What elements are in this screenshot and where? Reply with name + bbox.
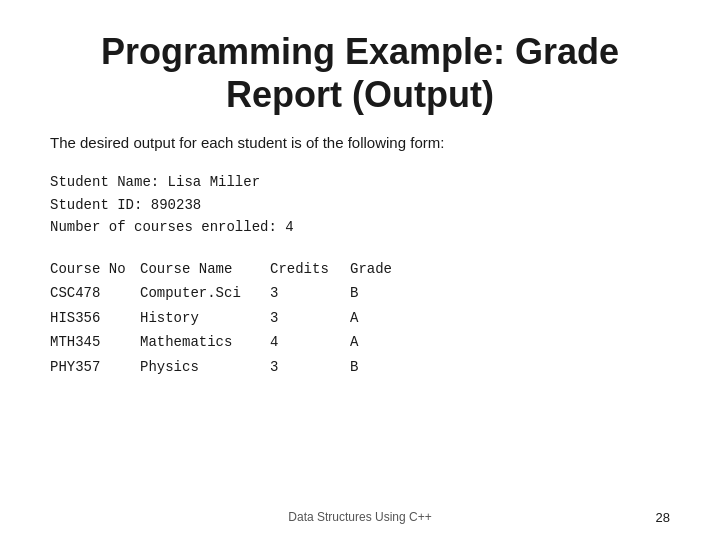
row-1-credits: 3 [270,306,350,331]
subtitle-text: The desired output for each student is o… [50,134,670,151]
code-line1: Student Name: Lisa Miller [50,171,670,193]
row-0-credits: 3 [270,281,350,306]
footer: Data Structures Using C++ 28 [0,510,720,524]
code-block: Student Name: Lisa Miller Student ID: 89… [50,171,670,238]
table-row: PHY357Physics3B [50,355,670,380]
row-2-no: MTH345 [50,330,140,355]
grade-table: Course No Course Name Credits Grade CSC4… [50,257,670,380]
slide-container: Programming Example: Grade Report (Outpu… [0,0,720,540]
row-3-credits: 3 [270,355,350,380]
table-header-row: Course No Course Name Credits Grade [50,257,670,282]
row-3-grade: B [350,355,410,380]
slide-title: Programming Example: Grade Report (Outpu… [50,30,670,116]
row-0-name: Computer.Sci [140,281,270,306]
header-col-name: Course Name [140,257,270,282]
header-col-credits: Credits [270,257,350,282]
row-2-name: Mathematics [140,330,270,355]
code-line2: Student ID: 890238 [50,194,670,216]
row-3-name: Physics [140,355,270,380]
row-3-no: PHY357 [50,355,140,380]
footer-text: Data Structures Using C++ [288,510,431,524]
row-1-name: History [140,306,270,331]
row-0-grade: B [350,281,410,306]
table-row: MTH345Mathematics4A [50,330,670,355]
code-line3: Number of courses enrolled: 4 [50,216,670,238]
table-row: CSC478Computer.Sci3B [50,281,670,306]
header-col-no: Course No [50,257,140,282]
row-0-no: CSC478 [50,281,140,306]
footer-page: 28 [656,510,670,525]
row-1-grade: A [350,306,410,331]
header-col-grade: Grade [350,257,410,282]
title-line2: Report (Output) [50,73,670,116]
row-2-grade: A [350,330,410,355]
table-row: HIS356History3A [50,306,670,331]
title-line1: Programming Example: Grade [50,30,670,73]
row-2-credits: 4 [270,330,350,355]
row-1-no: HIS356 [50,306,140,331]
